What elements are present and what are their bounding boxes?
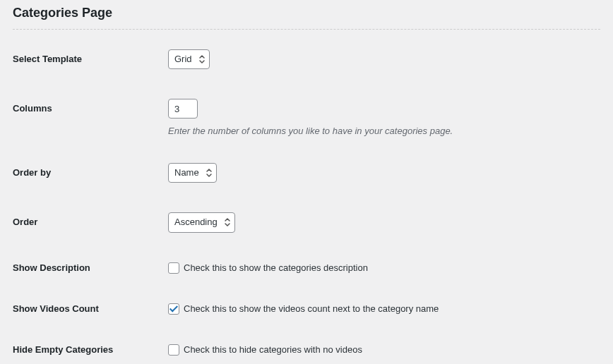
columns-input[interactable] bbox=[168, 99, 198, 119]
order-label: Order bbox=[13, 212, 168, 227]
hide-empty-control: Check this to hide categories with no vi… bbox=[168, 344, 600, 356]
show-description-checkbox-label: Check this to show the categories descri… bbox=[184, 262, 368, 273]
field-row-orderby: Order by Name bbox=[13, 163, 600, 183]
template-select[interactable]: Grid bbox=[168, 49, 210, 69]
field-row-show-description: Show Description Check this to show the … bbox=[13, 262, 600, 274]
hide-empty-label: Hide Empty Categories bbox=[13, 344, 168, 355]
show-videos-count-label: Show Videos Count bbox=[13, 303, 168, 314]
template-label: Select Template bbox=[13, 49, 168, 64]
orderby-select[interactable]: Name bbox=[168, 163, 217, 183]
template-select-wrapper: Grid bbox=[168, 49, 210, 69]
field-row-columns: Columns Enter the number of columns you … bbox=[13, 99, 600, 136]
orderby-label: Order by bbox=[13, 163, 168, 178]
show-videos-count-control: Check this to show the videos count next… bbox=[168, 303, 600, 315]
field-row-hide-empty: Hide Empty Categories Check this to hide… bbox=[13, 344, 600, 356]
show-description-label: Show Description bbox=[13, 262, 168, 273]
columns-control: Enter the number of columns you like to … bbox=[168, 99, 600, 136]
section-title: Categories Page bbox=[13, 6, 600, 30]
order-select-wrapper: Ascending bbox=[168, 212, 235, 232]
field-row-template: Select Template Grid bbox=[13, 49, 600, 69]
field-row-show-videos-count: Show Videos Count Check this to show the… bbox=[13, 303, 600, 315]
columns-label: Columns bbox=[13, 99, 168, 114]
hide-empty-checkbox[interactable] bbox=[168, 344, 179, 356]
field-row-order: Order Ascending bbox=[13, 212, 600, 232]
show-description-control: Check this to show the categories descri… bbox=[168, 262, 600, 274]
show-videos-count-checkbox-label: Check this to show the videos count next… bbox=[184, 303, 439, 314]
show-videos-count-checkbox[interactable] bbox=[168, 303, 179, 315]
template-control: Grid bbox=[168, 49, 600, 69]
order-select[interactable]: Ascending bbox=[168, 212, 235, 232]
orderby-select-wrapper: Name bbox=[168, 163, 217, 183]
show-description-checkbox[interactable] bbox=[168, 262, 179, 274]
orderby-control: Name bbox=[168, 163, 600, 183]
columns-help-text: Enter the number of columns you like to … bbox=[168, 126, 600, 136]
order-control: Ascending bbox=[168, 212, 600, 232]
hide-empty-checkbox-label: Check this to hide categories with no vi… bbox=[184, 344, 362, 355]
